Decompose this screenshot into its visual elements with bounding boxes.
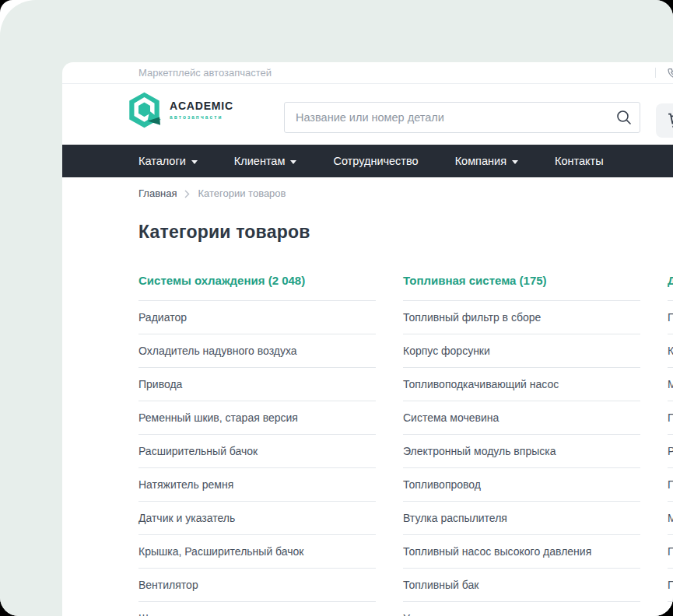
category-column-fuel: Топливная система (175) Топливный фильтр… [403, 274, 640, 616]
list-item[interactable]: Топливный фильтр в сборе [403, 301, 640, 334]
nav-item-company[interactable]: Компания [455, 155, 518, 167]
list-item[interactable]: Ременный шкив, старая версия [138, 401, 376, 435]
category-list: П К М П Р П М П П [668, 300, 673, 602]
category-columns: Системы охлаждения (2 048) Радиатор Охла… [138, 274, 673, 616]
category-column-clipped: Д П К М П Р П М П П [668, 274, 673, 616]
category-heading[interactable]: Системы охлаждения (2 048) [138, 274, 376, 288]
category-list: Радиатор Охладитель надувного воздуха Пр… [138, 300, 376, 616]
chevron-down-icon [512, 160, 518, 164]
chevron-down-icon [191, 160, 198, 164]
list-item[interactable]: Крышка, Расширительный бачок [138, 535, 376, 569]
screenshot-canvas: Маркетплейс автозапчастей [0, 0, 673, 616]
chevron-down-icon [290, 160, 296, 164]
list-item[interactable]: М [668, 502, 673, 535]
category-heading[interactable]: Д [668, 274, 673, 288]
breadcrumb-separator-icon [184, 190, 190, 198]
category-heading[interactable]: Топливная система (175) [403, 274, 640, 288]
list-item[interactable]: К [668, 334, 673, 368]
nav-item-label: Контакты [555, 155, 604, 167]
list-item[interactable]: Радиатор [138, 301, 376, 334]
topbar-phone-icon[interactable] [667, 67, 673, 79]
nav-item-contacts[interactable]: Контакты [555, 155, 604, 167]
nav-item-label: Клиентам [234, 155, 286, 167]
nav-item-catalogs[interactable]: Каталоги [138, 155, 198, 167]
logo-title: ACADEMIC [170, 100, 233, 112]
list-item[interactable]: П [668, 401, 673, 435]
list-item[interactable]: П [668, 569, 673, 602]
logo-text: ACADEMIC автозапчасти [170, 100, 233, 120]
search-box [284, 102, 640, 133]
topbar: Маркетплейс автозапчастей [62, 62, 673, 84]
list-item[interactable]: П [668, 535, 673, 569]
list-item[interactable]: Охладитель надувного воздуха [138, 334, 376, 368]
list-item[interactable]: Уплотнительное кольцо [403, 602, 640, 616]
search-icon [615, 108, 633, 127]
nav-item-label: Каталоги [138, 155, 186, 167]
list-item[interactable]: Топливный бак [403, 569, 640, 602]
logo-subtitle: автозапчасти [170, 114, 233, 120]
nav-item-cooperation[interactable]: Сотрудничество [333, 155, 418, 167]
cart-button[interactable] [656, 103, 673, 138]
list-item[interactable]: Натяжитель ремня [138, 468, 376, 502]
list-item[interactable]: Привода [138, 368, 376, 401]
header: ACADEMIC автозапчасти [62, 84, 673, 145]
logo-hexagon-icon [128, 92, 161, 128]
list-item[interactable]: Топливный насос высокого давления [403, 535, 640, 569]
list-item[interactable]: П [668, 468, 673, 502]
category-list: Топливный фильтр в сборе Корпус форсунки… [403, 300, 640, 616]
breadcrumb-home-link[interactable]: Главная [138, 187, 177, 200]
category-column-cooling: Системы охлаждения (2 048) Радиатор Охла… [138, 274, 376, 616]
nav-item-clients[interactable]: Клиентам [234, 155, 297, 167]
list-item[interactable]: П [668, 301, 673, 334]
topbar-divider [655, 68, 656, 78]
breadcrumb: Главная Категории товаров [138, 187, 673, 200]
list-item[interactable]: Шланг радиатора [138, 602, 376, 616]
list-item[interactable]: Топливопровод [403, 468, 640, 502]
logo[interactable]: ACADEMIC автозапчасти [128, 92, 233, 128]
search-input[interactable] [284, 102, 640, 133]
list-item[interactable]: Расширительный бачок [138, 435, 376, 468]
page-title: Категории товаров [138, 220, 673, 243]
breadcrumb-current: Категории товаров [198, 187, 286, 200]
topbar-label: Маркетплейс автозапчастей [138, 67, 272, 79]
main-nav: Каталоги Клиентам Сотрудничество Компани… [62, 145, 673, 177]
list-item[interactable]: Корпус форсунки [403, 334, 640, 368]
nav-item-label: Сотрудничество [333, 155, 418, 167]
content: Главная Категории товаров Категории това… [62, 177, 673, 616]
list-item[interactable]: М [668, 368, 673, 401]
list-item[interactable]: Вентилятор [138, 569, 376, 602]
list-item[interactable]: Электронный модуль впрыска [403, 435, 640, 468]
list-item[interactable]: Топливоподкачивающий насос [403, 368, 640, 401]
cart-icon [666, 111, 673, 131]
list-item[interactable]: Втулка распылителя [403, 502, 640, 535]
search-button[interactable] [615, 108, 633, 127]
list-item[interactable]: Система мочевина [403, 401, 640, 435]
list-item[interactable]: Датчик и указатель [138, 502, 376, 535]
page-card: Маркетплейс автозапчастей [62, 62, 673, 616]
list-item[interactable]: Р [668, 435, 673, 468]
nav-item-label: Компания [455, 155, 507, 167]
